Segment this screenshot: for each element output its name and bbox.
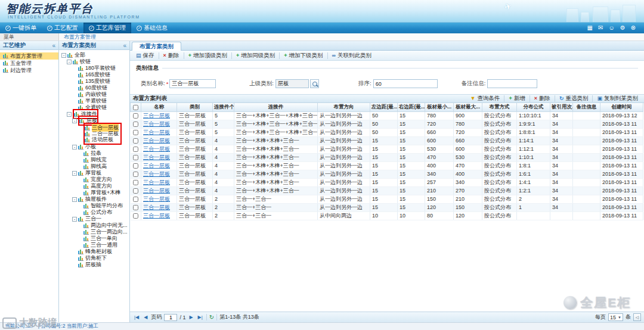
tree-expander-icon[interactable]: - <box>67 60 72 64</box>
select-all-checkbox[interactable] <box>133 105 138 110</box>
plan-name-link[interactable]: 三合一层板 <box>141 195 177 203</box>
plan-name-link[interactable]: 三合一层板 <box>141 136 177 145</box>
table-cell: 4 <box>213 161 234 170</box>
prev-page-button[interactable]: ◀ <box>143 315 148 320</box>
pagination-corner-icon[interactable]: ◁ <box>633 313 641 321</box>
tab-layout-category[interactable]: 布置方案类别 <box>132 42 181 51</box>
button-add-2[interactable]: +新增 <box>506 95 528 102</box>
nav-tab-3[interactable]: ✓工艺库管理 <box>83 23 131 33</box>
sidebar-item[interactable]: 布置方案管理 <box>0 52 58 60</box>
table-cell: 15 <box>398 186 425 195</box>
plan-name-link[interactable]: 三合一层板 <box>141 170 177 178</box>
plan-name-link[interactable]: 三合一层板 <box>141 211 177 220</box>
lookup-magnifier-icon[interactable] <box>310 79 319 88</box>
tree-node[interactable]: -全部 <box>59 52 129 58</box>
button-copy-5[interactable]: ▣复制到某类别 <box>594 95 641 102</box>
parent-category-input[interactable] <box>275 79 309 88</box>
table-row[interactable]: 三合一层板三合一层板4三合一+木榫+木榫+三合一从一边到另外一边15155306… <box>131 145 643 153</box>
sidebar-item[interactable]: 五金管理 <box>0 60 58 67</box>
button-filter-1[interactable]: ▼查询条件 <box>467 95 503 102</box>
user-icon[interactable]: ☺ <box>608 25 614 31</box>
row-checkbox[interactable] <box>133 147 138 152</box>
form-title-text: 类别信息 <box>136 64 159 72</box>
tree-expander-icon[interactable]: - <box>67 112 72 117</box>
plan-name-link[interactable]: 三合一层板 <box>141 120 177 128</box>
row-checkbox[interactable] <box>133 188 138 194</box>
table-row[interactable]: 三合一层板三合一层板5三合一+木榫+三合一+木榫+三合一从一边到另外一边5015… <box>131 111 643 120</box>
per-page-select[interactable]: 15 ▼ <box>608 313 623 321</box>
plan-name-link[interactable]: 三合一层板 <box>141 111 177 120</box>
nav-tab-4[interactable]: ✓基础信息 <box>131 23 173 33</box>
tree-node[interactable]: 层板抽 <box>59 261 129 268</box>
sidebar-collapse-icon[interactable]: « <box>52 42 55 49</box>
page-number-input[interactable] <box>164 314 177 321</box>
table-row[interactable]: 三合一层板三合一层板5三合一+木榫+三合一+木榫+三合一从一边到另外一边5015… <box>131 128 643 136</box>
tree-expander-icon[interactable]: - <box>61 53 66 58</box>
nav-tab-label: 工艺配置 <box>54 24 78 32</box>
breadcrumb[interactable]: 布置方案管理 <box>59 33 96 41</box>
button-reselect-4[interactable]: ↻重选类别 <box>556 95 592 102</box>
plan-name-link[interactable]: 三合一层板 <box>141 203 177 211</box>
plan-name-link[interactable]: 三合一层板 <box>141 153 177 161</box>
plan-name-link[interactable]: 三合一层板 <box>141 161 177 170</box>
table-row[interactable]: 三合一层板三合一层板4三合一+木榫+木榫+三合一从一边到另外一边15153404… <box>131 170 643 178</box>
grid-icon[interactable]: ▦ <box>587 25 593 31</box>
tree-collapse-icon[interactable]: « <box>123 42 126 49</box>
table-row[interactable]: 三合一层板三合一层板4三合一+木榫+木榫+三合一从一边到另外一边15152102… <box>131 186 643 195</box>
table-row[interactable]: 三合一层板三合一层板5三合一+木榫+三合一+木榫+三合一从一边到另外一边5015… <box>131 120 643 128</box>
button-delete-2[interactable]: ×删除 <box>160 52 182 60</box>
row-checkbox[interactable] <box>133 122 138 127</box>
last-page-button[interactable]: ▶| <box>197 315 204 320</box>
tree-expander-icon[interactable]: - <box>72 119 77 123</box>
table-cell: 15 <box>370 203 398 211</box>
row-checkbox[interactable] <box>133 155 138 160</box>
row-checkbox[interactable] <box>133 130 138 135</box>
sort-input[interactable] <box>373 79 438 88</box>
nav-tab-1[interactable]: ✓一键拆单 <box>0 23 42 33</box>
refresh-icon[interactable]: ↻ <box>209 314 214 320</box>
row-checkbox[interactable] <box>133 138 138 144</box>
table-cell: 530 <box>425 145 454 153</box>
note-input[interactable] <box>487 79 537 88</box>
row-checkbox[interactable] <box>133 213 138 219</box>
sidebar-item[interactable]: 封边管理 <box>0 67 58 74</box>
row-checkbox[interactable] <box>133 172 138 177</box>
table-row[interactable]: 三合一层板三合一层板4三合一+木榫+木榫+三合一从一边到另外一边15154705… <box>131 153 643 161</box>
row-checkbox[interactable] <box>133 197 138 202</box>
plan-name-link[interactable]: 三合一层板 <box>141 178 177 186</box>
tree-expander-icon[interactable]: - <box>72 171 77 176</box>
plan-name-link[interactable]: 三合一层板 <box>141 186 177 195</box>
tree-expander-icon[interactable]: - <box>72 217 77 222</box>
tree-expander-icon[interactable]: - <box>72 197 77 202</box>
table-row[interactable]: 三合一层板三合一层板2三合一+三合一从中间向两边101080120按公式分布20… <box>131 211 643 220</box>
button-delete-3[interactable]: ×删除 <box>531 95 553 102</box>
table-row[interactable]: 三合一层板三合一层板4三合一+木榫+木榫+三合一从一边到另外一边15154004… <box>131 161 643 170</box>
plan-name-link[interactable]: 三合一层板 <box>141 128 177 136</box>
row-checkbox[interactable] <box>133 113 138 119</box>
button-add-4[interactable]: +增加同级类别 <box>233 52 278 60</box>
table-row[interactable]: 三合一层板三合一层板2三合一+三合一从一边到另外一边1515150210按公式分… <box>131 195 643 203</box>
table-row[interactable]: 三合一层板三合一层板2三合一+三合一从一边到另外一边1515120150按公式分… <box>131 203 643 211</box>
gear-icon[interactable]: ⚙ <box>620 25 626 31</box>
button-add-5[interactable]: +增加下级类别 <box>281 52 326 60</box>
row-checkbox[interactable] <box>133 163 138 169</box>
row-checkbox[interactable] <box>133 205 138 210</box>
exit-icon[interactable]: ⊗ <box>631 25 636 31</box>
table-cell: 三合一+木榫+三合一+木榫+三合一 <box>234 120 318 128</box>
plan-name-link[interactable]: 三合一层板 <box>141 145 177 153</box>
first-page-button[interactable]: |◀ <box>133 315 140 320</box>
table-cell <box>573 153 600 161</box>
table-cell: 470 <box>425 153 454 161</box>
message-icon[interactable]: ✉ <box>598 25 603 31</box>
tree-node-icon <box>83 158 89 163</box>
button-link-6[interactable]: ∞关联到此类别 <box>329 52 374 60</box>
nav-tab-2[interactable]: ✓工艺配置 <box>42 23 83 33</box>
button-save-1[interactable]: ▤保存 <box>133 52 157 60</box>
button-add-3[interactable]: +增加顶级类别 <box>185 52 230 60</box>
tree-expander-icon[interactable]: - <box>72 145 77 150</box>
next-page-button[interactable]: ▶ <box>188 315 194 320</box>
row-checkbox[interactable] <box>133 180 138 185</box>
category-name-input[interactable] <box>169 79 216 88</box>
table-row[interactable]: 三合一层板三合一层板4三合一+木榫+木榫+三合一从一边到另外一边15152573… <box>131 178 643 186</box>
table-row[interactable]: 三合一层板三合一层板4三合一+木榫+木榫+三合一从一边到另外一边15156006… <box>131 136 643 145</box>
